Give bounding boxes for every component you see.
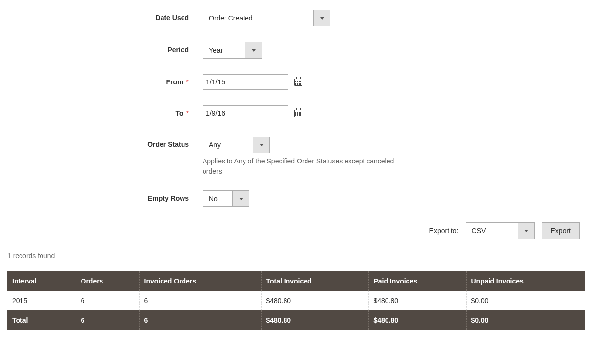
report-table: Interval Orders Invoiced Orders Total In… [7, 271, 585, 330]
cell-orders: 6 [76, 291, 139, 310]
date-used-label: Date Used [7, 10, 203, 21]
col-total-invoiced-header: Total Invoiced [261, 271, 368, 291]
order-status-value: Any [203, 137, 253, 153]
table-total-row: Total 6 6 $480.80 $480.80 $0.00 [7, 310, 585, 330]
empty-rows-label: Empty Rows [7, 190, 203, 202]
export-button[interactable]: Export [542, 222, 580, 239]
from-label: From* [7, 74, 203, 86]
total-total-invoiced: $480.80 [261, 310, 368, 330]
period-select[interactable]: Year [203, 42, 262, 59]
total-paid-invoices: $480.80 [368, 310, 466, 330]
total-label: Total [7, 310, 76, 330]
period-label: Period [7, 42, 203, 54]
cell-total-invoiced: $480.80 [261, 291, 368, 310]
cell-paid-invoices: $480.80 [368, 291, 466, 310]
empty-rows-select[interactable]: No [203, 190, 249, 207]
col-interval-header: Interval [7, 271, 76, 291]
chevron-down-icon[interactable] [245, 42, 262, 58]
export-bar: Export to: CSV Export [7, 222, 585, 239]
cell-interval: 2015 [7, 291, 76, 310]
date-used-value: Order Created [203, 10, 313, 26]
from-date-input[interactable] [203, 75, 294, 89]
chevron-down-icon[interactable] [232, 191, 249, 206]
order-status-hint: Applies to Any of the Specified Order St… [203, 156, 408, 177]
chevron-down-icon[interactable] [518, 223, 534, 239]
cell-invoiced-orders: 6 [139, 291, 261, 310]
empty-rows-value: No [203, 191, 232, 206]
calendar-icon[interactable] [294, 106, 302, 121]
chevron-down-icon[interactable] [313, 10, 330, 26]
col-unpaid-invoices-header: Unpaid Invoices [466, 271, 585, 291]
records-found-text: 1 records found [7, 252, 585, 260]
table-row: 2015 6 6 $480.80 $480.80 $0.00 [7, 291, 585, 310]
from-date-field[interactable] [203, 74, 288, 90]
export-format-select[interactable]: CSV [466, 222, 535, 239]
to-date-input[interactable] [203, 106, 294, 121]
export-to-label: Export to: [429, 227, 459, 235]
total-orders: 6 [76, 310, 139, 330]
filter-form: Date Used Order Created Period Year From… [7, 10, 585, 207]
col-invoiced-orders-header: Invoiced Orders [139, 271, 261, 291]
total-unpaid-invoices: $0.00 [466, 310, 585, 330]
col-orders-header: Orders [76, 271, 139, 291]
order-status-select[interactable]: Any [203, 137, 270, 153]
order-status-label: Order Status [7, 137, 203, 148]
date-used-select[interactable]: Order Created [203, 10, 330, 26]
period-value: Year [203, 42, 245, 58]
calendar-icon[interactable] [294, 75, 302, 89]
to-label: To* [7, 105, 203, 117]
export-format-value: CSV [466, 223, 518, 239]
total-invoiced-orders: 6 [139, 310, 261, 330]
cell-unpaid-invoices: $0.00 [466, 291, 585, 310]
col-paid-invoices-header: Paid Invoices [368, 271, 466, 291]
to-date-field[interactable] [203, 105, 288, 121]
table-header-row: Interval Orders Invoiced Orders Total In… [7, 271, 585, 291]
chevron-down-icon[interactable] [253, 137, 269, 153]
